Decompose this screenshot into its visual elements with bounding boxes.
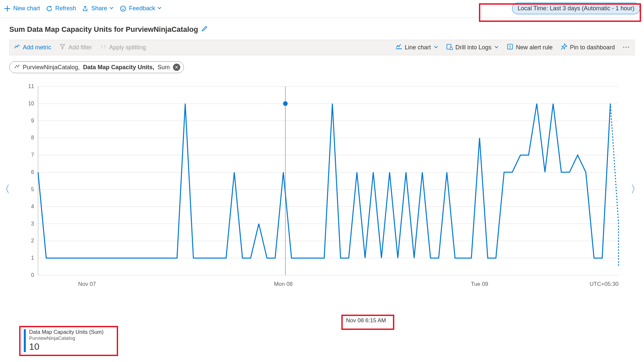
svg-point-6 (510, 48, 511, 49)
hover-timestamp: Nov 08 6:15 AM (341, 315, 394, 330)
top-toolbar: New chart Refresh Share Feedback Local T… (0, 0, 644, 18)
svg-text:5: 5 (31, 186, 34, 192)
chart-type-button[interactable]: Line chart (396, 43, 438, 52)
legend-resource-name: PurviewNinjaCatalog (29, 335, 104, 341)
chart-area: 〈 〉 01234567891011Nov 07Mon 08Tue 09UTC+… (7, 83, 634, 295)
line-chart-icon (396, 43, 402, 52)
more-button[interactable]: ··· (623, 44, 630, 51)
legend-color-bar (24, 329, 26, 352)
svg-text:7: 7 (31, 152, 34, 158)
add-metric-button[interactable]: Add metric (14, 44, 51, 51)
add-metric-label: Add metric (23, 44, 51, 51)
refresh-icon (46, 5, 53, 12)
metric-chip-icon (14, 64, 20, 71)
legend-metric-name: Data Map Capacity Units (Sum) (29, 329, 104, 335)
new-alert-label: New alert rule (516, 44, 553, 51)
share-icon (82, 5, 89, 12)
refresh-button[interactable]: Refresh (46, 5, 76, 12)
chart-action-bar: Add metric Add filter Apply splitting Li… (9, 40, 635, 55)
svg-text:10: 10 (28, 101, 34, 106)
hover-timestamp-text: Nov 08 6:15 AM (346, 317, 386, 324)
chevron-down-icon (434, 44, 438, 51)
svg-text:1: 1 (31, 255, 34, 261)
logs-icon (446, 43, 453, 52)
svg-text:Nov 07: Nov 07 (78, 281, 96, 287)
chart-next-button[interactable]: 〉 (631, 182, 641, 196)
legend-card[interactable]: Data Map Capacity Units (Sum) PurviewNin… (19, 326, 118, 356)
feedback-label: Feedback (129, 5, 155, 12)
chart-prev-button[interactable]: 〈 (0, 182, 10, 196)
new-alert-button[interactable]: New alert rule (507, 43, 553, 52)
chip-remove-button[interactable]: ✕ (173, 64, 180, 71)
svg-text:3: 3 (31, 221, 34, 227)
chart-title: Sum Data Map Capacity Units for PurviewN… (9, 25, 198, 34)
add-filter-label: Add filter (68, 44, 92, 51)
chip-metric: Data Map Capacity Units, (83, 64, 154, 71)
pencil-icon (201, 25, 208, 32)
svg-text:4: 4 (31, 204, 34, 209)
svg-text:9: 9 (31, 118, 34, 124)
plus-icon (4, 5, 11, 12)
chart-type-label: Line chart (405, 44, 431, 51)
svg-point-1 (122, 8, 122, 8)
legend-value: 10 (29, 341, 104, 352)
metric-icon (14, 44, 20, 51)
feedback-button[interactable]: Feedback (120, 5, 162, 12)
svg-text:UTC+05:30: UTC+05:30 (590, 281, 619, 287)
chevron-down-icon (157, 5, 162, 12)
drill-logs-button[interactable]: Drill into Logs (446, 43, 499, 52)
svg-point-41 (283, 101, 288, 106)
refresh-label: Refresh (55, 5, 76, 12)
alert-icon (507, 43, 513, 52)
svg-point-2 (124, 8, 124, 8)
share-label: Share (91, 5, 107, 12)
svg-text:8: 8 (31, 135, 34, 140)
time-range-pill[interactable]: Local Time: Last 3 days (Automatic - 1 h… (512, 3, 640, 14)
filter-icon (60, 44, 66, 51)
metric-chip[interactable]: PurviewNinjaCatalog, Data Map Capacity U… (9, 61, 184, 73)
line-chart[interactable]: 01234567891011Nov 07Mon 08Tue 09UTC+05:3… (7, 83, 632, 295)
pin-dashboard-button[interactable]: Pin to dashboard (561, 43, 615, 52)
svg-text:Tue 09: Tue 09 (471, 281, 488, 287)
chevron-down-icon (109, 5, 114, 12)
chevron-down-icon (494, 44, 499, 51)
svg-point-0 (120, 6, 126, 11)
svg-text:11: 11 (28, 83, 34, 89)
chip-agg: Sum (157, 64, 170, 71)
split-icon (101, 44, 107, 51)
chart-title-row: Sum Data Map Capacity Units for PurviewN… (0, 18, 644, 34)
new-chart-button[interactable]: New chart (4, 5, 40, 12)
share-button[interactable]: Share (82, 5, 114, 12)
smile-icon (120, 5, 126, 12)
svg-text:2: 2 (31, 238, 34, 243)
pin-icon (561, 43, 567, 52)
new-chart-label: New chart (13, 5, 40, 12)
svg-text:Mon 08: Mon 08 (274, 281, 293, 287)
add-filter-button: Add filter (60, 44, 92, 51)
pin-label: Pin to dashboard (570, 44, 615, 51)
chip-resource: PurviewNinjaCatalog, (23, 64, 80, 71)
svg-text:0: 0 (31, 272, 34, 278)
apply-splitting-label: Apply splitting (109, 44, 146, 51)
svg-text:6: 6 (31, 169, 34, 175)
edit-title-button[interactable] (201, 25, 208, 34)
apply-splitting-button: Apply splitting (101, 44, 146, 51)
drill-logs-label: Drill into Logs (455, 44, 492, 51)
